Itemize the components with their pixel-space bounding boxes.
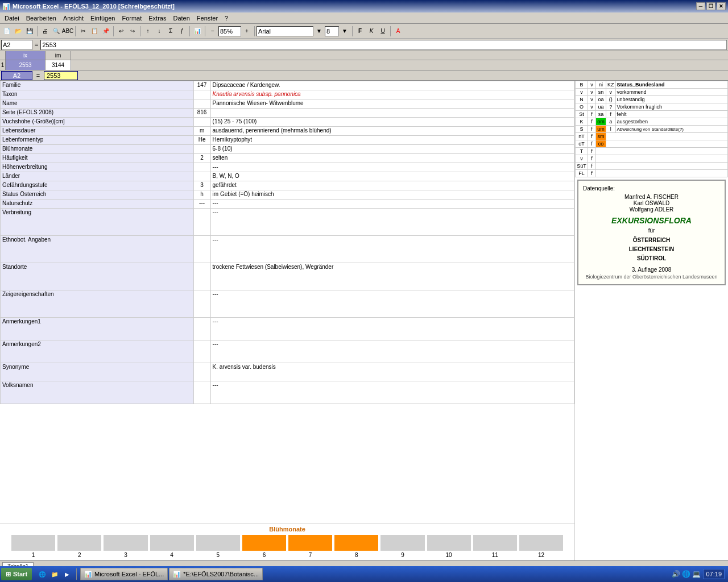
menu-help[interactable]: ? <box>221 14 231 23</box>
field-num-9 <box>193 163 210 172</box>
zoom-input[interactable]: 85% <box>218 26 241 36</box>
plant-row-9: Höhenverbreitung--- <box>1 163 574 172</box>
field-num-1 <box>193 90 210 99</box>
row-num-1: 1 <box>0 60 6 70</box>
book-authors: Manfred A. FISCHERKarl OSWALDWolfgang AD… <box>583 194 720 213</box>
menu-daten[interactable]: Daten <box>169 14 193 23</box>
redo-button[interactable]: ↪ <box>127 26 138 37</box>
func-button[interactable]: ƒ <box>176 26 188 37</box>
undo-button[interactable]: ↩ <box>115 26 127 37</box>
size-input[interactable]: 8 <box>325 26 339 36</box>
font-color[interactable]: A <box>392 26 404 37</box>
open-button[interactable]: 📂 <box>13 26 24 37</box>
field-val-11[interactable]: gefährdet <box>210 181 574 190</box>
field-val-21[interactable]: --- <box>210 381 574 404</box>
active-cell-eq: = <box>32 72 44 79</box>
field-label-6: Lebenformentyp <box>1 136 194 145</box>
field-num-12: h <box>193 190 210 199</box>
col-header-ix[interactable]: ix <box>6 51 46 60</box>
menu-einfuegen[interactable]: Einfügen <box>87 14 118 23</box>
restore-button[interactable]: ❐ <box>706 2 715 10</box>
field-val-6[interactable]: Hemikryptophyt <box>210 136 574 145</box>
field-val-20[interactable]: K. arvensis var. budensis <box>210 363 574 381</box>
field-num-8: 2 <box>193 154 210 163</box>
app-icon: 📊 <box>2 3 10 10</box>
cut-button[interactable]: ✂ <box>77 26 89 37</box>
field-val-2[interactable]: Pannonische Wiesen- Witwenblume <box>210 99 574 109</box>
cell-im-val[interactable]: 3144 <box>46 60 71 70</box>
sort-desc-button[interactable]: ↓ <box>154 26 165 37</box>
menu-extras[interactable]: Extras <box>145 14 169 23</box>
taskbar-botanik[interactable]: 📊 *E:\EFÖLS2007\Botanisc... <box>169 568 263 580</box>
menu-ansicht[interactable]: Ansicht <box>60 14 87 23</box>
menu-fenster[interactable]: Fenster <box>193 14 221 23</box>
start-button[interactable]: ⊞ Start <box>1 568 32 580</box>
field-val-1[interactable]: Knautia arvensis subsp. pannonica <box>210 90 574 99</box>
copy-button[interactable]: 📋 <box>89 26 100 37</box>
field-val-13[interactable]: --- <box>210 199 574 209</box>
sort-asc-button[interactable]: ↑ <box>142 26 154 37</box>
formula-input[interactable]: 2553 <box>40 40 727 50</box>
active-cell-name[interactable]: A2 <box>1 71 32 80</box>
field-num-14 <box>193 209 210 236</box>
field-val-0[interactable]: Dipsacaceae / Kardengew. <box>210 81 574 90</box>
field-val-19[interactable]: --- <box>210 340 574 363</box>
attr-row-nt: nT f sm <box>576 133 728 140</box>
plant-row-11: Gefährdungsstufe3gefährdet <box>1 181 574 190</box>
plant-row-0: Familie147Dipsacaceae / Kardengew. <box>1 81 574 90</box>
field-val-10[interactable]: B, W, N, O <box>210 172 574 181</box>
attr-row-n: N v oa () unbeständig <box>576 96 728 103</box>
ql-ie[interactable]: 🌐 <box>36 568 48 580</box>
book-title: EXKURSIONSFLORA <box>583 216 720 225</box>
plant-row-17: Zeigereigenschaften--- <box>1 290 574 318</box>
field-val-8[interactable]: selten <box>210 154 574 163</box>
zoom-out[interactable]: − <box>207 26 218 37</box>
cell-ix-val[interactable]: 2553 <box>6 60 46 70</box>
sum-button[interactable]: Σ <box>165 26 176 37</box>
field-val-14[interactable]: --- <box>210 209 574 236</box>
underline-button[interactable]: U <box>377 26 388 37</box>
paste-button[interactable]: 📌 <box>100 26 111 37</box>
attr-code-table: B v ni KZ Status_Bundesland v v sn v vor… <box>575 81 728 177</box>
zoom-in[interactable]: + <box>241 26 253 37</box>
field-val-9[interactable]: --- <box>210 163 574 172</box>
botanik-icon: 📊 <box>173 571 181 578</box>
save-button[interactable]: 💾 <box>24 26 35 37</box>
field-val-15[interactable]: --- <box>210 236 574 263</box>
italic-button[interactable]: K <box>366 26 377 37</box>
menu-datei[interactable]: Datei <box>1 14 23 23</box>
active-cell-value[interactable]: 2553 <box>44 71 78 80</box>
bold-button[interactable]: F <box>354 26 366 37</box>
size-dropdown[interactable]: ▼ <box>339 26 350 37</box>
font-dropdown[interactable]: ▼ <box>313 26 325 37</box>
ql-media[interactable]: ▶ <box>61 568 73 580</box>
menu-bearbeiten[interactable]: Bearbeiten <box>23 14 60 23</box>
minimize-button[interactable]: ─ <box>696 2 705 10</box>
field-label-9: Höhenverbreitung <box>1 163 194 172</box>
field-val-12[interactable]: im Gebiet (=Ö) heimisch <box>210 190 574 199</box>
menubar: Datei Bearbeiten Ansicht Einfügen Format… <box>0 13 728 24</box>
field-label-5: Lebensdauer <box>1 127 194 136</box>
field-val-4[interactable]: (15) 25 - 75 (100) <box>210 118 574 127</box>
field-val-17[interactable]: --- <box>210 290 574 318</box>
close-button[interactable]: ✕ <box>717 2 726 10</box>
field-val-18[interactable]: --- <box>210 318 574 340</box>
menu-format[interactable]: Format <box>118 14 145 23</box>
field-val-7[interactable]: 6-8 (10) <box>210 145 574 154</box>
font-input[interactable]: Arial <box>257 26 313 36</box>
field-val-5[interactable]: ausdauernd, perennierend (mehrmals blühe… <box>210 127 574 136</box>
new-button[interactable]: 📄 <box>1 26 13 37</box>
field-val-16[interactable]: trockene Fettwiesen (Salbeiwiesen), Wegr… <box>210 263 574 290</box>
spellcheck-button[interactable]: ABC <box>62 26 73 37</box>
print-button[interactable]: 🖨 <box>39 26 51 37</box>
chart-button[interactable]: 📊 <box>192 26 203 37</box>
taskbar: ⊞ Start 🌐 📁 ▶ 📊 Microsoft Excel - EFÖL..… <box>0 566 728 582</box>
field-val-3[interactable] <box>210 109 574 118</box>
cell-ref-input[interactable]: A2 <box>1 40 32 50</box>
plant-row-5: Lebensdauermausdauernd, perennierend (me… <box>1 127 574 136</box>
preview-button[interactable]: 🔍 <box>51 26 62 37</box>
ql-explorer[interactable]: 📁 <box>49 568 60 580</box>
taskbar-excel[interactable]: 📊 Microsoft Excel - EFÖL... <box>80 568 168 580</box>
col-header-im[interactable]: im <box>46 51 71 60</box>
book-info-box: Datenquelle: Manfred A. FISCHERKarl OSWA… <box>577 180 726 285</box>
